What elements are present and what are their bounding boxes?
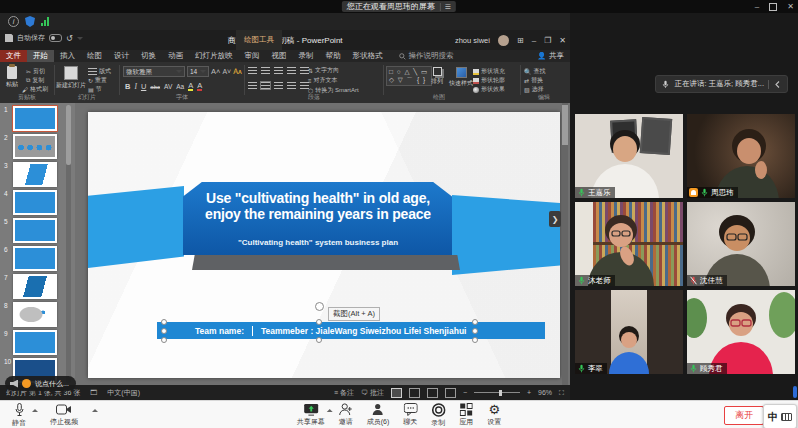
- selection-handle[interactable]: [472, 337, 478, 343]
- normal-view-button[interactable]: [391, 388, 402, 398]
- close-button[interactable]: ✕: [787, 2, 794, 11]
- tab-review[interactable]: 审阅: [239, 50, 266, 62]
- text-direction-button[interactable]: ⇅文字方向: [308, 66, 339, 75]
- tab-view[interactable]: 视图: [266, 50, 293, 62]
- notes-button[interactable]: ≡ 备注: [334, 388, 354, 398]
- record-button[interactable]: 录制: [431, 403, 445, 428]
- video-tile-guxiujun[interactable]: 顾秀君: [687, 290, 795, 374]
- ppt-restore-button[interactable]: ❐: [544, 36, 551, 45]
- team-textbox[interactable]: Team name: Teammeber : JialeWang Siweizh…: [157, 322, 545, 339]
- ppt-close-button[interactable]: ✕: [559, 36, 566, 45]
- strikethrough-button[interactable]: abc: [150, 84, 160, 90]
- italic-button[interactable]: I: [134, 82, 137, 91]
- share-screen-button[interactable]: 共享屏幕: [297, 403, 325, 428]
- thumbnail-slide-2[interactable]: 2: [0, 133, 75, 161]
- align-text-button[interactable]: ≡对齐文本: [308, 76, 338, 85]
- justify-button[interactable]: [287, 82, 296, 89]
- selection-handle[interactable]: [316, 337, 322, 343]
- account-name[interactable]: zhou siwei: [455, 36, 490, 45]
- video-options-chevron[interactable]: [92, 409, 98, 412]
- align-center-button[interactable]: [261, 82, 270, 89]
- increase-indent-button[interactable]: [287, 67, 296, 74]
- video-tile-licui[interactable]: 李翠: [575, 290, 683, 374]
- video-tile-wangjiale[interactable]: 王嘉乐: [575, 114, 683, 198]
- underline-button[interactable]: U: [141, 82, 146, 91]
- collapse-arrow-icon[interactable]: [773, 80, 782, 89]
- zoom-in-button[interactable]: +: [527, 389, 531, 396]
- canvas-scrollbar[interactable]: [562, 103, 568, 385]
- thumbnail-scrollbar[interactable]: [66, 105, 71, 383]
- video-tile-shenjiahui[interactable]: 沈佳慧: [687, 202, 795, 286]
- tab-slideshow[interactable]: 幻灯片放映: [189, 50, 239, 62]
- danmaku-bubble[interactable]: 说点什么...: [5, 376, 76, 391]
- tab-home[interactable]: 开始: [27, 50, 54, 62]
- slide-sorter-button[interactable]: [409, 388, 420, 398]
- account-avatar[interactable]: [498, 35, 509, 46]
- font-color-button[interactable]: A: [197, 82, 202, 91]
- minimize-button[interactable]: –: [755, 2, 759, 11]
- tab-draw[interactable]: 绘图: [81, 50, 108, 62]
- numbering-button[interactable]: [261, 67, 270, 74]
- selection-handle[interactable]: [316, 319, 322, 325]
- video-tile-mulaoshi[interactable]: 沐老师: [575, 202, 683, 286]
- selection-handle[interactable]: [161, 319, 167, 325]
- font-name-combo[interactable]: 微软雅黑: [123, 66, 185, 77]
- rotate-handle[interactable]: [315, 302, 324, 311]
- tell-me-search[interactable]: 操作说明搜索: [399, 51, 454, 61]
- copy-button[interactable]: ⧉复制: [26, 76, 44, 85]
- paste-button[interactable]: 粘贴: [6, 66, 18, 89]
- thumbnail-slide-3[interactable]: 3: [0, 161, 75, 189]
- undo-icon[interactable]: ↺: [66, 34, 73, 43]
- save-icon[interactable]: [5, 34, 13, 42]
- zoom-slider[interactable]: [474, 392, 520, 393]
- shrink-font-button[interactable]: A˅: [222, 68, 231, 75]
- security-shield-icon[interactable]: [25, 16, 35, 27]
- thumbnail-slide-1[interactable]: 1: [0, 105, 75, 133]
- thumbnail-slide-6[interactable]: 6: [0, 245, 75, 273]
- share-button[interactable]: 👤 共享: [537, 51, 564, 61]
- selection-handle[interactable]: [161, 328, 167, 334]
- chat-button[interactable]: 聊天: [403, 403, 417, 428]
- reset-button[interactable]: ↻重置: [88, 76, 107, 85]
- meeting-info-icon[interactable]: i: [8, 16, 19, 27]
- cut-button[interactable]: ✂剪切: [26, 67, 45, 76]
- members-button[interactable]: 成员(6): [367, 403, 390, 428]
- selection-handle[interactable]: [161, 337, 167, 343]
- bold-button[interactable]: B: [125, 82, 130, 91]
- replace-button[interactable]: ⇄替换: [524, 76, 543, 85]
- arrange-button[interactable]: 排列: [431, 67, 443, 86]
- tab-insert[interactable]: 插入: [54, 50, 81, 62]
- zoom-out-button[interactable]: −: [463, 389, 467, 396]
- grow-font-button[interactable]: A˄: [211, 67, 220, 76]
- clear-format-icon[interactable]: 🗛: [233, 67, 242, 77]
- banner-menu-icon[interactable]: ☰: [440, 3, 451, 11]
- ppt-minimize-button[interactable]: –: [532, 36, 536, 45]
- apps-button[interactable]: 应用: [459, 403, 473, 428]
- qat-chevron-icon[interactable]: [77, 37, 83, 40]
- zoom-level[interactable]: 96%: [538, 389, 552, 396]
- ribbon-display-icon[interactable]: ⊞: [517, 36, 524, 45]
- thumbnail-slide-4[interactable]: 4: [0, 189, 75, 217]
- video-tile-zhousiwei[interactable]: 周思玮: [687, 114, 795, 198]
- invite-button[interactable]: 邀请: [339, 403, 353, 428]
- fit-window-icon[interactable]: ⛶: [559, 389, 564, 397]
- bullets-button[interactable]: [248, 67, 257, 74]
- tab-file[interactable]: 文件: [0, 50, 27, 62]
- align-left-button[interactable]: [248, 82, 257, 89]
- slideshow-button[interactable]: [445, 388, 456, 398]
- autosave-toggle[interactable]: [49, 34, 62, 42]
- language-label[interactable]: 中文(中国): [107, 388, 140, 398]
- network-signal-icon[interactable]: [41, 17, 49, 26]
- new-slide-button[interactable]: 新建幻灯片: [58, 66, 84, 90]
- change-case-button[interactable]: Aa: [176, 83, 184, 90]
- font-size-combo[interactable]: 14: [187, 66, 209, 77]
- selection-handle[interactable]: [472, 319, 478, 325]
- thumbnail-slide-9[interactable]: 9: [0, 329, 75, 357]
- mute-button[interactable]: 静音: [12, 403, 26, 428]
- shape-outline-button[interactable]: 形状轮廓: [473, 76, 505, 85]
- leave-meeting-button[interactable]: 离开: [724, 406, 764, 425]
- thumbnail-slide-8[interactable]: 8: [0, 301, 75, 329]
- align-right-button[interactable]: [274, 82, 283, 89]
- tab-transitions[interactable]: 切换: [135, 50, 162, 62]
- tab-help[interactable]: 帮助: [320, 50, 347, 62]
